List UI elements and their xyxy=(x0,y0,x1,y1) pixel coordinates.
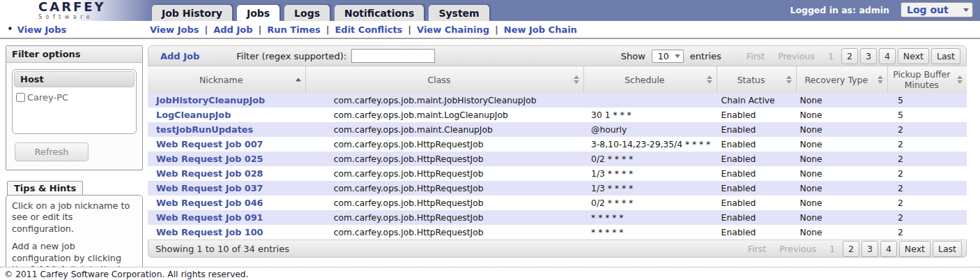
cell-pickup: 2 xyxy=(887,137,967,152)
job-nickname-link[interactable]: testJobRunUpdates xyxy=(156,124,253,135)
filter-options-body: Host Carey-PC Refresh xyxy=(6,63,142,170)
cell-recovery: None xyxy=(797,166,887,181)
jobs-table: Nickname Class Schedule Status xyxy=(148,66,967,240)
page-button-2[interactable]: 2 xyxy=(843,241,859,257)
page-button-last[interactable]: Last xyxy=(931,48,960,64)
page-size-select[interactable]: 10 xyxy=(652,50,684,63)
job-nickname-link[interactable]: LogCleanupJob xyxy=(156,110,231,120)
host-checkbox[interactable] xyxy=(16,93,25,102)
job-nickname-link[interactable]: Web Request Job 028 xyxy=(156,168,263,179)
job-nickname-link[interactable]: Web Request Job 046 xyxy=(156,198,263,208)
sort-both-icon xyxy=(878,75,883,84)
nav-view-chaining[interactable]: View Chaining xyxy=(417,24,489,35)
job-nickname-link[interactable]: Web Request Job 007 xyxy=(156,139,263,149)
tab-logs[interactable]: Logs xyxy=(284,5,330,21)
tab-jobs[interactable]: Jobs xyxy=(237,5,280,21)
job-nickname-link[interactable]: Web Request Job 037 xyxy=(156,183,263,193)
cell-pickup: 2 xyxy=(887,225,967,240)
cell-pickup: 5 xyxy=(887,108,967,122)
column-header-pickup-buffer[interactable]: Pickup Buffer Minutes xyxy=(887,66,967,93)
page-button-3[interactable]: 3 xyxy=(860,48,877,64)
nav-separator: | xyxy=(204,24,208,35)
job-nickname-link[interactable]: Web Request Job 100 xyxy=(156,227,263,237)
cell-nickname: JobHistoryCleanupJob xyxy=(148,93,306,108)
column-header-nickname[interactable]: Nickname xyxy=(148,66,306,93)
column-header-status[interactable]: Status xyxy=(717,66,797,93)
cell-recovery: None xyxy=(797,225,887,240)
job-nickname-link[interactable]: Web Request Job 091 xyxy=(156,212,263,223)
cell-nickname: Web Request Job 007 xyxy=(148,137,306,152)
nav-view-jobs[interactable]: View Jobs xyxy=(150,24,199,35)
breadcrumb-view-jobs-link[interactable]: View Jobs xyxy=(17,24,66,35)
page-button-next[interactable]: Next xyxy=(898,48,929,64)
logout-label: Log out xyxy=(907,4,949,15)
nav-new-job-chain[interactable]: New Job Chain xyxy=(504,24,577,35)
table-footer: Showing 1 to 10 of 34 entries FirstPrevi… xyxy=(148,240,967,258)
sort-both-icon xyxy=(574,75,579,84)
cell-status: Enabled xyxy=(717,181,797,196)
job-nickname-link[interactable]: JobHistoryCleanupJob xyxy=(156,95,265,105)
chevron-down-icon xyxy=(963,8,969,12)
page-button-1: 1 xyxy=(822,48,839,64)
page-button-2[interactable]: 2 xyxy=(841,48,858,64)
filter-options-title: Filter options xyxy=(6,46,142,63)
cell-schedule: * * * * * xyxy=(583,210,717,225)
page-button-4[interactable]: 4 xyxy=(880,241,897,257)
pagination-bottom: FirstPrevious1234NextLast xyxy=(742,241,962,257)
job-nickname-link[interactable]: Web Request Job 025 xyxy=(156,154,263,164)
filter-input[interactable] xyxy=(351,49,435,63)
page-button-4[interactable]: 4 xyxy=(879,48,896,64)
column-header-class[interactable]: Class xyxy=(306,66,583,93)
host-filter-group: Host Carey-PC xyxy=(12,69,137,134)
tab-job-history[interactable]: Job History xyxy=(152,5,232,21)
column-header-schedule[interactable]: Schedule xyxy=(583,66,717,93)
cell-recovery: None xyxy=(797,181,887,196)
nav-separator: | xyxy=(495,24,498,35)
table-row: Web Request Job 046com.carfey.ops.job.Ht… xyxy=(148,196,967,210)
cell-status: Enabled xyxy=(717,210,797,225)
tab-system[interactable]: System xyxy=(429,5,489,21)
cell-status: Enabled xyxy=(717,108,797,122)
cell-class: com.carfey.ops.job.HttpRequestJob xyxy=(306,137,583,152)
logout-dropdown[interactable]: Log out xyxy=(901,2,973,17)
table-row: Web Request Job 091com.carfey.ops.job.Ht… xyxy=(148,210,967,225)
column-header-recovery-type[interactable]: Recovery Type xyxy=(797,66,887,93)
session-controls: Logged in as: admin Log out xyxy=(790,2,973,17)
page-button-last[interactable]: Last xyxy=(933,241,962,257)
nav-separator: | xyxy=(408,24,411,35)
cell-nickname: Web Request Job 100 xyxy=(148,225,306,240)
cell-class: com.carfey.ops.job.maint.LogCleanupJob xyxy=(306,108,583,122)
nav-add-job[interactable]: Add Job xyxy=(213,24,252,35)
nav-separator: | xyxy=(326,24,330,35)
sort-both-icon xyxy=(957,75,963,84)
host-filter-row[interactable]: Carey-PC xyxy=(13,89,136,106)
refresh-button[interactable]: Refresh xyxy=(15,142,89,161)
cell-recovery: None xyxy=(797,196,887,210)
sort-asc-icon xyxy=(296,78,301,82)
nav-edit-conflicts[interactable]: Edit Conflicts xyxy=(335,24,402,35)
sidebar: Filter options Host Carey-PC Refresh Tip… xyxy=(6,45,143,280)
show-entries-group: Show 10 entries xyxy=(621,50,721,63)
add-job-link[interactable]: Add Job xyxy=(160,51,199,61)
page-button-first: First xyxy=(741,48,770,64)
cell-schedule: 1/3 * * * * xyxy=(583,166,717,181)
cell-class: com.carfey.ops.job.HttpRequestJob xyxy=(306,210,583,225)
table-row: JobHistoryCleanupJobcom.carfey.ops.job.m… xyxy=(148,93,967,108)
table-row: Web Request Job 037com.carfey.ops.job.Ht… xyxy=(148,181,967,196)
bullet-icon: • xyxy=(7,24,13,35)
page-button-previous: Previous xyxy=(772,48,820,64)
cell-nickname: Web Request Job 091 xyxy=(148,210,306,225)
job-table-body: JobHistoryCleanupJobcom.carfey.ops.job.m… xyxy=(148,93,967,240)
entries-label: entries xyxy=(690,51,721,61)
cell-schedule: * * * * * xyxy=(583,225,717,240)
page-button-3[interactable]: 3 xyxy=(862,241,878,257)
nav-run-times[interactable]: Run Times xyxy=(267,24,320,35)
table-row: Web Request Job 007com.carfey.ops.job.Ht… xyxy=(148,137,967,152)
nav-separator: | xyxy=(258,24,261,35)
chevron-down-icon xyxy=(675,54,680,58)
cell-schedule: 3-8,10-14,23-29,35/4 * * * * xyxy=(583,137,717,152)
page-button-next[interactable]: Next xyxy=(899,241,931,257)
cell-status: Enabled xyxy=(717,166,797,181)
tab-notifications[interactable]: Notifications xyxy=(335,5,424,21)
filter-label: Filter (regex supported): xyxy=(236,51,346,61)
